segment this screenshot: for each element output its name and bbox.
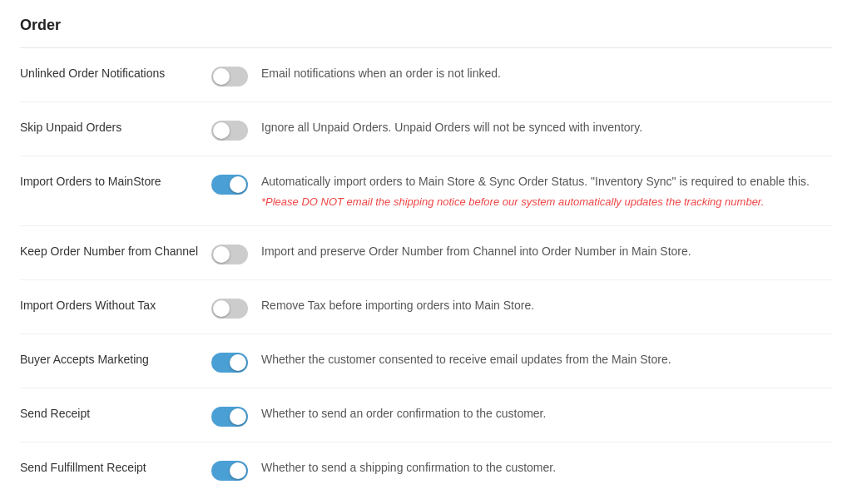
toggle-send-fulfillment-receipt[interactable] (211, 461, 248, 481)
label-import-orders-without-tax: Import Orders Without Tax (20, 295, 211, 314)
page-title: Order (20, 17, 832, 34)
settings-row-buyer-accepts-marketing: Buyer Accepts MarketingWhether the custo… (20, 334, 832, 388)
settings-row-send-fulfillment-receipt: Send Fulfillment ReceiptWhether to send … (20, 442, 832, 496)
toggle-send-receipt[interactable] (211, 407, 248, 427)
settings-row-unlinked-order-notifications: Unlinked Order NotificationsEmail notifi… (20, 48, 832, 102)
description-keep-order-number-from-channel: Import and preserve Order Number from Ch… (261, 241, 832, 260)
description-import-orders-without-tax: Remove Tax before importing orders into … (261, 295, 832, 314)
settings-row-skip-unpaid-orders: Skip Unpaid OrdersIgnore all Unpaid Orde… (20, 102, 832, 156)
label-unlinked-order-notifications: Unlinked Order Notifications (20, 63, 211, 82)
settings-list: Unlinked Order NotificationsEmail notifi… (20, 48, 832, 496)
label-keep-order-number-from-channel: Keep Order Number from Channel (20, 241, 211, 260)
settings-row-send-receipt: Send ReceiptWhether to send an order con… (20, 388, 832, 442)
label-import-orders-to-mainstore: Import Orders to MainStore (20, 171, 211, 190)
toggle-buyer-accepts-marketing[interactable] (211, 353, 248, 373)
settings-page: Order Unlinked Order NotificationsEmail … (0, 0, 852, 504)
description-send-fulfillment-receipt: Whether to send a shipping confirmation … (261, 457, 832, 477)
description-unlinked-order-notifications: Email notifications when an order is not… (261, 63, 832, 82)
toggle-keep-order-number-from-channel[interactable] (211, 245, 248, 264)
settings-row-import-orders-to-mainstore: Import Orders to MainStoreAutomatically … (20, 156, 832, 226)
toggle-import-orders-to-mainstore[interactable] (211, 175, 248, 195)
toggle-import-orders-without-tax[interactable] (211, 299, 248, 319)
label-buyer-accepts-marketing: Buyer Accepts Marketing (20, 349, 211, 368)
warning-import-orders-to-mainstore: *Please DO NOT email the shipping notice… (261, 194, 832, 210)
settings-row-keep-order-number-from-channel: Keep Order Number from ChannelImport and… (20, 226, 832, 280)
description-buyer-accepts-marketing: Whether the customer consented to receiv… (261, 349, 832, 368)
label-send-receipt: Send Receipt (20, 403, 211, 422)
description-send-receipt: Whether to send an order confirmation to… (261, 403, 832, 422)
toggle-unlinked-order-notifications[interactable] (211, 67, 248, 86)
label-send-fulfillment-receipt: Send Fulfillment Receipt (20, 457, 211, 477)
description-skip-unpaid-orders: Ignore all Unpaid Orders. Unpaid Orders … (261, 117, 832, 136)
toggle-skip-unpaid-orders[interactable] (211, 121, 248, 141)
settings-row-import-orders-without-tax: Import Orders Without TaxRemove Tax befo… (20, 280, 832, 334)
description-import-orders-to-mainstore: Automatically import orders to Main Stor… (261, 171, 832, 210)
label-skip-unpaid-orders: Skip Unpaid Orders (20, 117, 211, 136)
